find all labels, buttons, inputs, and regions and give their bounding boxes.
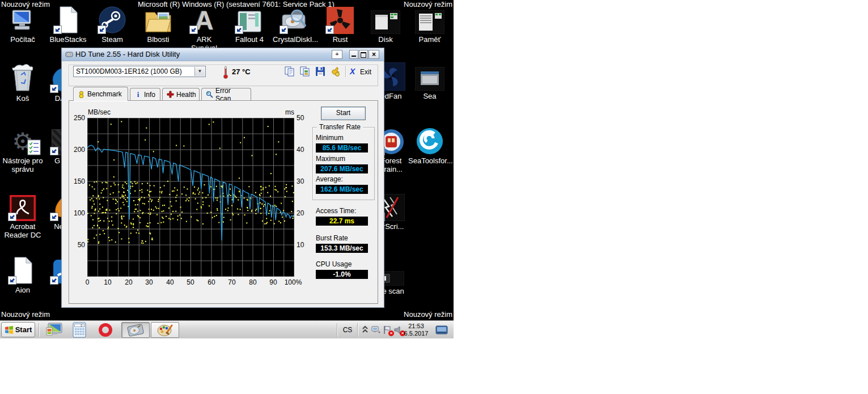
start-benchmark-button[interactable]: Start [321, 107, 366, 120]
document-shortcut-icon [46, 5, 90, 34]
desktop-icon-nastroje[interactable]: ⚙ Nástroje pro správu [1, 126, 44, 173]
save-icon[interactable] [315, 66, 326, 77]
paint-taskbar-button[interactable] [151, 322, 179, 338]
benchmark-icon [78, 91, 85, 98]
desktop-icon-steam[interactable]: Steam [91, 5, 134, 44]
show-desktop-icon[interactable] [435, 325, 448, 334]
opera-icon[interactable] [95, 322, 116, 338]
desktop-icon-pocitac[interactable]: Počítač [1, 5, 44, 44]
tab-error-scan[interactable]: Error Scan [201, 88, 251, 100]
shortcut-arrow-icon [325, 26, 334, 34]
steam-icon [91, 5, 134, 34]
pin-button[interactable]: + [332, 50, 342, 59]
shortcut-arrow-icon [50, 213, 58, 221]
maximize-button[interactable] [359, 50, 368, 59]
thermometer-icon [223, 65, 228, 79]
action-center-flag-icon[interactable]: × [382, 325, 392, 335]
y-tick-left: 250 [69, 114, 85, 122]
icon-label: Steam [91, 35, 134, 44]
icon-label: Fallout 4 [228, 35, 271, 44]
burst-rate-value: 153.3 MB/sec [316, 244, 368, 253]
drive-select[interactable]: ST1000DM003-1ER162 (1000 GB) ▼ [73, 66, 206, 77]
exit-icon[interactable]: X [350, 67, 355, 76]
x-tick: 90 [264, 278, 283, 286]
x-tick: 60 [202, 278, 221, 286]
start-button-label: Start [15, 325, 32, 334]
desktop: Microsoft (R) Windows (R) (sestavení 760… [0, 0, 454, 320]
y-tick-right: 20 [297, 209, 312, 217]
burst-rate-label: Burst Rate [316, 234, 348, 242]
transfer-rate-legend: Transfer Rate [317, 123, 363, 131]
temperature-value: 27 °C [232, 67, 251, 76]
display-properties-icon[interactable] [44, 322, 65, 338]
copy-image-icon[interactable] [299, 66, 311, 77]
network-tray-icon[interactable] [371, 325, 381, 335]
y-tick-right: 50 [297, 114, 312, 122]
chevron-down-icon[interactable]: ▼ [194, 67, 205, 76]
desktop-icon-fallout4[interactable]: Fallout 4 [228, 5, 271, 44]
tray-clock[interactable]: 21:53 6.5.2017 [400, 323, 432, 337]
seagate-icon [408, 126, 451, 155]
desktop-icon-crystaldiskinfo[interactable]: CrystalDiskI... [273, 5, 316, 44]
desktop-icon-disk[interactable]: Disk [364, 5, 407, 44]
tray-expand-chevron-icon[interactable] [362, 324, 370, 336]
x-tick: 20 [119, 278, 138, 286]
options-icon[interactable] [330, 66, 341, 77]
x-tick: 0 [78, 278, 97, 286]
minimize-button[interactable] [349, 50, 358, 59]
y-tick-left: 200 [69, 146, 85, 154]
desktop-icon-acrobat[interactable]: Acrobat Reader DC [1, 192, 44, 239]
taskbar-separator [357, 323, 358, 337]
desktop-icon-kos[interactable]: Koš [1, 63, 44, 103]
desktop-icon-rust[interactable]: Rust [319, 5, 362, 44]
x-tick: 80 [243, 278, 262, 286]
close-button[interactable]: × [369, 50, 379, 59]
benchmark-chart [87, 118, 294, 277]
document-shortcut-icon [1, 255, 44, 285]
icon-label: Počítač [1, 35, 44, 44]
x-tick: 70 [222, 278, 242, 286]
average-label: Average: [316, 175, 343, 183]
desktop-icon-sea[interactable]: Sea [408, 61, 451, 100]
tab-benchmark[interactable]: Benchmark [73, 87, 128, 101]
tab-label: Benchmark [87, 90, 122, 98]
y-tick-left: 50 [69, 241, 85, 249]
desktop-icon-blbosti[interactable]: Blbosti [137, 5, 180, 44]
language-indicator[interactable]: CS [340, 324, 355, 336]
window-titlebar[interactable]: HD Tune 2.55 - Hard Disk Utility + × [62, 48, 384, 61]
paint-palette-icon [157, 323, 173, 337]
info-icon: i [134, 91, 142, 98]
window-thumbnail-icon [408, 5, 451, 34]
icon-label: Acrobat Reader DC [1, 222, 44, 239]
shortcut-arrow-icon [53, 26, 62, 34]
x-tick: 40 [160, 278, 180, 286]
taskbar: Start 0 CS × × 21:53 6.5.2017 [0, 320, 454, 338]
window-title: HD Tune 2.55 - Hard Disk Utility [75, 50, 180, 58]
desktop-icon-seatools[interactable]: SeaToolsfor... [408, 126, 451, 165]
desktop-icon-aion[interactable]: Aion [1, 255, 44, 294]
computer-icon [1, 5, 44, 34]
icon-label: Aion [1, 286, 44, 294]
desktop-icon-pamet[interactable]: Paměť [408, 5, 451, 44]
maximum-label: Maximum [316, 155, 345, 163]
calculator-icon[interactable]: 0 [69, 322, 90, 338]
minimum-label: Minimum [316, 134, 344, 142]
hdtune-disk-icon [127, 323, 144, 337]
copy-icon[interactable] [284, 66, 295, 77]
tab-health[interactable]: Health [162, 88, 200, 100]
start-menu-button[interactable]: Start [1, 322, 35, 337]
icon-label: Rust [319, 35, 362, 44]
fallout-icon [228, 5, 271, 34]
window-thumbnail-icon [408, 61, 451, 91]
tab-info[interactable]: i Info [130, 88, 160, 100]
exit-button-label[interactable]: Exit [360, 68, 371, 76]
folder-icon [137, 5, 180, 34]
access-time-label: Access Time: [316, 207, 356, 215]
hdtune-taskbar-button[interactable] [121, 322, 150, 338]
tab-label: Info [144, 91, 155, 99]
desktop-icon-bluestacks[interactable]: BlueStacks [46, 5, 90, 44]
tray-time: 21:53 [400, 323, 432, 330]
icon-label: SeaToolsfor... [408, 156, 451, 165]
y-tick-left: 150 [69, 177, 85, 185]
icon-label: Blbosti [137, 35, 180, 44]
